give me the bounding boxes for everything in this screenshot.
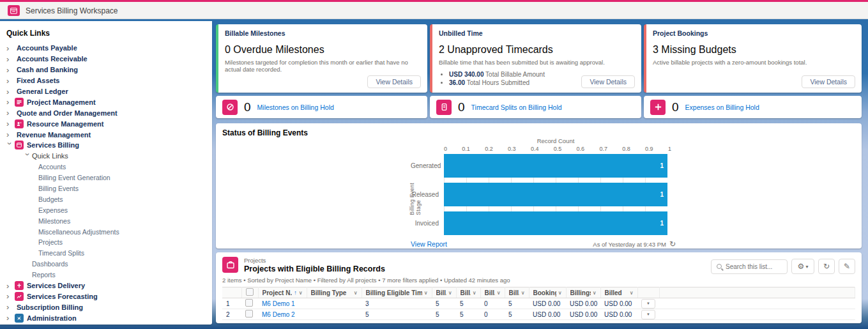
- row-number: 2: [222, 309, 241, 320]
- cell-billed: USD 0.00: [600, 309, 637, 320]
- sidebar-item-services-delivery[interactable]: ›Services Delivery: [0, 280, 212, 291]
- milestones-on-billing-hold-link[interactable]: Milestones on Billing Hold: [257, 103, 334, 111]
- billable-milestones-card: Billable Milestones 0 Overdue Milestones…: [216, 24, 427, 93]
- bar-released[interactable]: 1: [444, 183, 667, 206]
- cell-bill-2: 5: [456, 309, 480, 320]
- sidebar-item-services-forecasting[interactable]: ›Services Forecasting: [0, 291, 212, 302]
- chevron-down-icon[interactable]: ∨: [448, 290, 452, 296]
- sidebar-item-miscellaneous-adjustments[interactable]: Miscellaneous Adjustments: [0, 226, 212, 237]
- view-details-button[interactable]: View Details: [581, 75, 635, 88]
- chevron-right-icon: ›: [6, 314, 14, 322]
- sidebar-item-quote-and-order-management[interactable]: ›Quote and Order Management: [0, 107, 212, 118]
- timecard-splits-on-billing-hold-link[interactable]: Timecard Splits on Billing Hold: [471, 103, 562, 111]
- sidebar-item-expenses[interactable]: Expenses: [0, 204, 212, 215]
- chevron-right-icon: ›: [6, 98, 14, 106]
- sidebar-item-services-billing[interactable]: ›Services Billing: [0, 140, 212, 151]
- card-description: Milestones targeted for completion this …: [225, 59, 421, 73]
- sidebar-item-timecard-splits[interactable]: Timecard Splits: [0, 248, 212, 259]
- select-all-checkbox[interactable]: [246, 288, 254, 296]
- milestone-hold-icon: [222, 100, 238, 115]
- column-header-billed[interactable]: Billed∨: [600, 287, 637, 298]
- list-edit-button[interactable]: ✎: [839, 259, 855, 274]
- services-delivery-icon: [15, 281, 24, 290]
- view-details-button[interactable]: View Details: [367, 75, 421, 88]
- sidebar-item-milestones[interactable]: Milestones: [0, 215, 212, 226]
- billing-events-chart-card: Status of Billing Events Record Count 00…: [216, 123, 862, 249]
- sidebar-item-project-management[interactable]: ›Project Management: [0, 96, 212, 107]
- services-billing-icon: [15, 141, 24, 149]
- bar-generated[interactable]: 1: [444, 154, 667, 178]
- pencil-icon: ✎: [844, 262, 850, 271]
- chevron-down-icon[interactable]: ∨: [558, 290, 562, 296]
- column-header-bill-1[interactable]: Bill...∨: [432, 287, 456, 298]
- list-settings-button[interactable]: ⚙▾: [791, 259, 814, 274]
- row-checkbox[interactable]: [245, 299, 253, 307]
- sidebar-item-accounts-payable[interactable]: ›Accounts Payable: [0, 43, 212, 54]
- cell-bill-1: 5: [432, 298, 456, 309]
- list-refresh-button[interactable]: ↻: [818, 259, 835, 274]
- view-details-button[interactable]: View Details: [802, 75, 855, 88]
- column-header-billing-type[interactable]: Billing Type∨: [307, 287, 362, 298]
- chevron-down-icon[interactable]: ∨: [473, 290, 476, 296]
- projects-table: Project N...↑∨ Billing Type∨ Billing Eli…: [222, 287, 855, 320]
- chevron-right-icon: ›: [6, 55, 14, 63]
- project-link[interactable]: M6 Demo 2: [262, 311, 295, 318]
- expenses-on-billing-hold-link[interactable]: Expenses on Billing Hold: [685, 103, 759, 111]
- sidebar-item-reports[interactable]: Reports: [0, 270, 212, 280]
- row-actions-button[interactable]: ▼: [641, 310, 655, 319]
- sidebar-item-accounts-receivable[interactable]: ›Accounts Receivable: [0, 54, 212, 65]
- project-management-icon: [15, 98, 24, 107]
- sidebar-item-revenue-management[interactable]: ›Revenue Management: [0, 129, 212, 140]
- search-input[interactable]: [726, 263, 782, 270]
- services-forecasting-icon: [15, 292, 24, 301]
- list-meta: 2 items • Sorted by Project Name • Filte…: [222, 277, 855, 284]
- sidebar-item-dashboards[interactable]: Dashboards: [0, 259, 212, 270]
- row-actions-button[interactable]: ▼: [641, 299, 655, 309]
- column-header-bill-4[interactable]: Bill...∨: [505, 287, 529, 298]
- chart-refresh-icon[interactable]: ↻: [669, 240, 676, 249]
- milestones-hold-tile: 0 Milestones on Billing Hold: [216, 96, 427, 118]
- bar-invoiced[interactable]: 1: [444, 211, 667, 235]
- chevron-down-icon[interactable]: ∨: [354, 290, 358, 296]
- table-row: 2 M6 Demo 2 5 5 5 0 5 USD 0.00 USD 0.00 …: [222, 309, 855, 320]
- refresh-icon: ↻: [823, 262, 830, 271]
- workspace-app-icon: [8, 5, 20, 16]
- sidebar-item-administration[interactable]: ›Administration: [0, 312, 212, 323]
- view-report-link[interactable]: View Report: [411, 240, 447, 248]
- column-header-billing-eligible-timecards[interactable]: Billing Eligible Timecard...∨: [362, 287, 432, 298]
- column-header-billings[interactable]: Billings∨: [566, 287, 600, 298]
- chevron-down-icon[interactable]: ∨: [497, 290, 501, 296]
- cell-billing-type: [307, 298, 362, 309]
- column-header-bill-3[interactable]: Bill...∨: [480, 287, 505, 298]
- bar-row-invoiced: Invoiced 1: [411, 211, 676, 235]
- app-title: Services Billing Workspace: [26, 6, 118, 15]
- project-link[interactable]: M6 Demo 1: [262, 300, 295, 307]
- sidebar-item-budgets[interactable]: Budgets: [0, 194, 212, 204]
- card-description: Billable time that has been submitted bu…: [439, 59, 635, 66]
- column-header-bill-2[interactable]: Bill...∨: [456, 287, 480, 298]
- sidebar-item-billing-event-generation[interactable]: Billing Event Generation: [0, 172, 212, 183]
- chevron-right-icon: ›: [6, 292, 14, 300]
- column-header-bookings[interactable]: Bookings∨: [529, 287, 566, 298]
- sidebar-item-billing-events[interactable]: Billing Events: [0, 183, 212, 194]
- filler-header: [659, 287, 855, 298]
- sidebar-item-general-ledger[interactable]: ›General Ledger: [0, 86, 212, 97]
- chevron-down-icon[interactable]: ∨: [630, 290, 634, 296]
- sidebar-item-resource-management[interactable]: ›Resource Management: [0, 118, 212, 129]
- chevron-down-icon[interactable]: ∨: [424, 290, 428, 296]
- sidebar-item-subscription-billing[interactable]: ›Subscription Billing: [0, 302, 212, 312]
- cell-bill-4: 5: [505, 298, 529, 309]
- chevron-down-icon[interactable]: ∨: [299, 290, 303, 296]
- bar-value-label: 1: [660, 220, 667, 227]
- column-header-project-name[interactable]: Project N...↑∨: [258, 287, 307, 298]
- cell-bill-3: 0: [480, 309, 505, 320]
- sidebar-item-projects[interactable]: Projects: [0, 237, 212, 248]
- row-checkbox[interactable]: [245, 310, 253, 318]
- sidebar-item-fixed-assets[interactable]: ›Fixed Assets: [0, 75, 212, 86]
- chevron-down-icon[interactable]: ∨: [593, 290, 597, 296]
- sidebar-item-accounts[interactable]: Accounts: [0, 162, 212, 172]
- sidebar-item-quick-links-nested[interactable]: ›Quick Links: [0, 151, 212, 162]
- chevron-down-icon[interactable]: ∨: [521, 290, 525, 296]
- sidebar-item-cash-and-banking[interactable]: ›Cash and Banking: [0, 65, 212, 75]
- card-eyebrow: Unbilled Time: [439, 29, 635, 37]
